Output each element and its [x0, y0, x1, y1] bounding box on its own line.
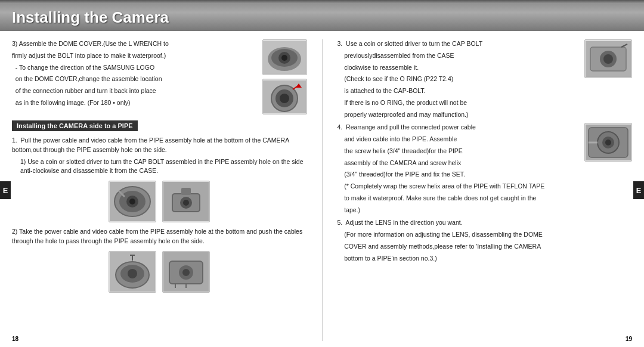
right-step5-content: 5. Adjust the LENS in the direction you …	[338, 218, 633, 263]
section-heading: Installing the CAMERA side to a PIPE	[12, 120, 138, 131]
svg-point-15	[129, 199, 135, 205]
right-image-2	[584, 123, 632, 162]
step3-text: 3) Assemble the DOME COVER.(Use the L WR…	[12, 39, 256, 108]
page-wrapper: Installing the Camera E 3) Assemble the …	[0, 0, 644, 347]
pipe-image-2	[162, 181, 210, 222]
right-step3-section: 3. Use a coin or slotted driver to turn …	[338, 39, 633, 123]
pipe-image-1	[109, 181, 156, 222]
right-step4-section: 4. Rearrange and pull the connected powe…	[338, 123, 633, 218]
page-number-left: 18	[12, 336, 18, 342]
side-tab-right: E	[633, 181, 644, 199]
right-column: E 3. Use a coin or slotted driver to tur…	[338, 39, 633, 341]
side-tab-left: E	[0, 181, 11, 199]
page-numbers: 18 19	[12, 336, 632, 342]
svg-point-20	[183, 200, 189, 206]
step1-text: 1. Pull the power cable and video cable …	[12, 136, 307, 176]
top-left-text: 3) Assemble the DOME COVER.(Use the L WR…	[12, 39, 256, 114]
svg-point-37	[603, 54, 613, 64]
page-number-right: 19	[626, 336, 632, 342]
column-divider	[322, 39, 323, 341]
svg-point-31	[182, 269, 190, 276]
cable-image-2	[162, 251, 210, 293]
svg-point-25	[128, 269, 137, 278]
right-step4-content: 4. Rearrange and pull the connected powe…	[338, 123, 580, 215]
right-step3-content: 3. Use a coin or slotted driver to turn …	[338, 39, 580, 119]
cable-image-1	[109, 251, 156, 293]
svg-point-43	[605, 140, 611, 145]
top-images	[262, 39, 307, 114]
svg-rect-21	[181, 188, 191, 195]
right-image-1	[584, 39, 632, 78]
step2-text: 2) Take the power cable and video cable …	[12, 227, 307, 246]
step1-images	[12, 181, 307, 222]
dome-cover-image-1	[262, 39, 307, 75]
svg-point-4	[281, 55, 287, 61]
svg-point-8	[280, 94, 289, 103]
left-column: E 3) Assemble the DOME COVER.(Use the L …	[12, 39, 307, 341]
top-left-section: 3) Assemble the DOME COVER.(Use the L WR…	[12, 39, 307, 114]
page-header: Installing the Camera	[0, 0, 644, 31]
dome-cover-image-2	[262, 79, 307, 114]
page-title: Installing the Camera	[12, 5, 169, 27]
step2-images	[12, 251, 307, 293]
right-step3-images	[584, 39, 632, 123]
right-step4-text: 4. Rearrange and pull the connected powe…	[338, 123, 580, 218]
right-step4-images	[584, 123, 632, 218]
main-content: E 3) Assemble the DOME COVER.(Use the L …	[0, 31, 644, 347]
right-step3-text: 3. Use a coin or slotted driver to turn …	[338, 39, 580, 123]
